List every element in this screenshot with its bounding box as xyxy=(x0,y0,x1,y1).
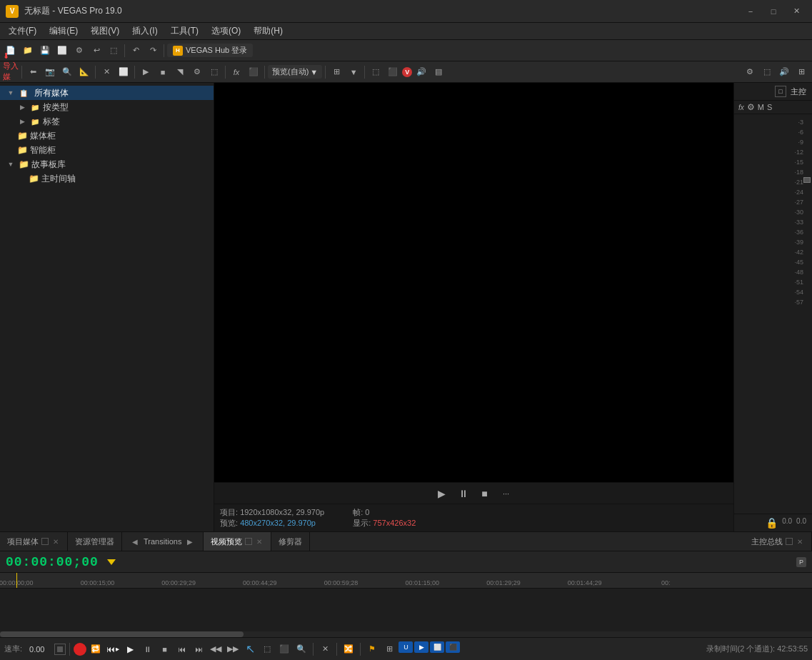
t-btn-b1[interactable]: ⏭ xyxy=(191,641,206,657)
tab-close-bus[interactable]: ✕ xyxy=(796,538,804,546)
fader-knob-l[interactable] xyxy=(803,177,811,183)
stop-button[interactable]: ■ xyxy=(155,64,171,80)
stop-btn-b[interactable]: ■ xyxy=(156,641,172,657)
toolbar2-sep5 xyxy=(264,66,265,79)
loop-button[interactable]: 🔁 xyxy=(88,641,104,657)
tab-resource-manager[interactable]: 资源管理器 xyxy=(68,532,122,551)
menu-insert[interactable]: 插入(I) xyxy=(126,24,163,39)
t2-btn11[interactable]: ▼ xyxy=(346,64,361,80)
preview-play-btn[interactable]: ▶ xyxy=(434,486,450,501)
t-btn-b5[interactable]: 🔀 xyxy=(341,641,356,657)
tree-all-media[interactable]: ▼ 📋 所有媒体 xyxy=(0,86,214,100)
next-btn-b[interactable]: ▶▶ xyxy=(225,641,241,657)
tree-media-cabinet[interactable]: 📁 媒体柜 xyxy=(0,129,214,143)
t2-right4[interactable]: ⊞ xyxy=(793,64,809,80)
t2-btn8[interactable]: ⬚ xyxy=(206,64,222,80)
scrollbar-thumb-h[interactable] xyxy=(0,631,244,637)
t2-btn9[interactable]: ⬛ xyxy=(246,64,261,80)
t-btn-b3[interactable]: ⬛ xyxy=(276,641,292,657)
record-button[interactable] xyxy=(74,643,86,656)
tab-project-media[interactable]: 项目媒体 ✕ xyxy=(0,532,68,551)
settings-button[interactable]: ⚙ xyxy=(71,43,87,59)
tree-tags[interactable]: ▶ 📁 标签 xyxy=(0,114,214,129)
tab-video-preview[interactable]: 视频预览 ✕ xyxy=(204,532,271,551)
play-from-start[interactable]: ⏮▶ xyxy=(105,641,121,657)
preview-more-btn[interactable]: ··· xyxy=(498,486,514,501)
prev-frame-btn[interactable]: ⏮ xyxy=(174,641,189,657)
save-button[interactable]: 💾 xyxy=(37,43,53,59)
menu-file[interactable]: 文件(F) xyxy=(3,24,42,39)
blue-rect-btn1[interactable]: U xyxy=(399,641,413,653)
preview-stop-btn[interactable]: ■ xyxy=(477,486,493,501)
t2-btn7[interactable]: ◥ xyxy=(172,64,188,80)
db-39: ·39 xyxy=(737,237,806,247)
tab-transitions[interactable]: ◀ Transitions ▶ xyxy=(122,532,204,551)
t2-btn10[interactable]: ⊞ xyxy=(329,64,344,80)
t-btn-b2[interactable]: ⬚ xyxy=(259,641,275,657)
tree-smart-cabinet[interactable]: 📁 智能柜 xyxy=(0,143,214,157)
t2-right1[interactable]: ⚙ xyxy=(742,64,758,80)
gear-icon-mixer[interactable]: ⚙ xyxy=(747,102,755,112)
toolbar-btn5[interactable]: ↩ xyxy=(89,43,104,59)
preview-auto-button[interactable]: 预览(自动) ▼ xyxy=(268,65,322,79)
menu-options[interactable]: 选项(O) xyxy=(206,24,246,39)
rate-box[interactable] xyxy=(54,644,66,655)
t2-btn4[interactable]: 📐 xyxy=(76,64,92,80)
t2-btn5[interactable]: ✕ xyxy=(99,64,114,80)
minimize-button[interactable]: − xyxy=(741,4,761,19)
undo-button[interactable]: ↶ xyxy=(128,43,144,59)
preview-value: 480x270x32, 29.970p xyxy=(240,519,316,527)
menu-help[interactable]: 帮助(H) xyxy=(248,24,289,39)
t2-btn15[interactable]: ▤ xyxy=(431,64,446,80)
import-media-button[interactable]: ⬇ 导入媒体... xyxy=(3,64,19,80)
t-btn-b6[interactable]: ⊞ xyxy=(381,641,397,657)
play-btn-b[interactable]: ▶ xyxy=(122,641,138,657)
pause-btn-b[interactable]: ⏸ xyxy=(139,641,155,657)
t2-right3[interactable]: 🔊 xyxy=(776,64,792,80)
toolbar2: ⬇ 导入媒体... ⬅ 📷 🔍 📐 ✕ ⬜ ▶ ■ ◥ ⚙ ⬚ fx ⬛ 预览(… xyxy=(0,61,812,83)
t2-btn12[interactable]: ⬚ xyxy=(368,64,384,80)
close-button[interactable]: ✕ xyxy=(786,4,806,19)
t2-btn13[interactable]: ⬛ xyxy=(385,64,401,80)
search-btn-b[interactable]: 🔍 xyxy=(294,641,309,657)
timeline-scrollbar-h[interactable] xyxy=(0,631,812,637)
open-button[interactable]: 📁 xyxy=(20,43,36,59)
menu-tools[interactable]: 工具(T) xyxy=(165,24,204,39)
tab-close-preview[interactable]: ✕ xyxy=(255,538,264,546)
preview-pause-btn[interactable]: ⏸ xyxy=(456,486,471,501)
menu-view[interactable]: 视图(V) xyxy=(85,24,125,39)
s-label[interactable]: S xyxy=(767,103,772,111)
prev-btn-b[interactable]: ◀◀ xyxy=(208,641,224,657)
hub-login-button[interactable]: H VEGAS Hub 登录 xyxy=(167,44,253,57)
t2-right2[interactable]: ⬚ xyxy=(759,64,775,80)
save-as-button[interactable]: ⬜ xyxy=(54,43,70,59)
tab-master-bus[interactable]: 主控总线 ✕ xyxy=(744,532,812,551)
redo-button[interactable]: ↷ xyxy=(145,43,161,59)
t2-btn2[interactable]: 📷 xyxy=(42,64,58,80)
t2-btn6[interactable]: ⬜ xyxy=(116,64,131,80)
cursor-btn[interactable]: ↖ xyxy=(242,641,258,657)
blue-rect-btn4[interactable]: ⬛ xyxy=(446,641,460,653)
tree-by-type[interactable]: ▶ 📁 按类型 xyxy=(0,100,214,114)
menu-edit[interactable]: 编辑(E) xyxy=(44,24,84,39)
fx-label[interactable]: fx xyxy=(738,104,744,111)
t2-btn14[interactable]: 🔊 xyxy=(413,64,429,80)
t2-btn3[interactable]: 🔍 xyxy=(59,64,75,80)
play-button[interactable]: ▶ xyxy=(138,64,154,80)
maximize-button[interactable]: □ xyxy=(763,4,783,19)
tree-main-timeline[interactable]: 📁 主时间轴 xyxy=(0,171,214,186)
t2-settings[interactable]: ⚙ xyxy=(189,64,205,80)
t2-btn1[interactable]: ⬅ xyxy=(25,64,41,80)
tree-storyboard[interactable]: ▼ 📁 故事板库 xyxy=(0,157,214,171)
fx-button[interactable]: fx xyxy=(229,64,244,80)
blue-rect-btn2[interactable]: ▶ xyxy=(414,641,428,653)
toolbar-btn6[interactable]: ⬚ xyxy=(106,43,121,59)
flag-btn[interactable]: ⚑ xyxy=(364,641,380,657)
m-label[interactable]: M xyxy=(758,103,764,111)
mixer-box-btn[interactable]: □ xyxy=(775,86,786,97)
ruler-mark-2: 00:00:29;29 xyxy=(161,579,196,586)
tab-trimmer[interactable]: 修剪器 xyxy=(271,532,310,551)
blue-rect-btn3[interactable]: ⬜ xyxy=(430,641,444,653)
tab-close-project[interactable]: ✕ xyxy=(51,538,60,546)
t-btn-b4[interactable]: ✕ xyxy=(317,641,333,657)
